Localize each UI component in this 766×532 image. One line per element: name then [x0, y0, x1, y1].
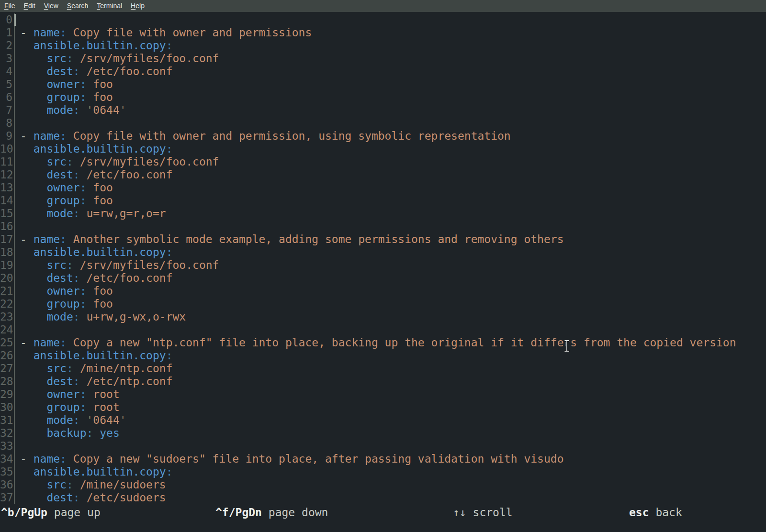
code-line: 5 owner: foo — [0, 78, 766, 91]
menu-help-label: elp — [135, 2, 145, 10]
text-cursor — [14, 14, 16, 26]
line-content: src: /srv/myfiles/foo.conf — [15, 259, 219, 272]
menu-search[interactable]: Search — [63, 0, 92, 12]
line-number: 3 — [0, 52, 15, 65]
line-number: 32 — [0, 427, 15, 440]
code-line: 6 group: foo — [0, 91, 766, 104]
code-line: 1- name: Copy file with owner and permis… — [0, 26, 766, 39]
line-number: 7 — [0, 104, 15, 117]
line-content: owner: foo — [15, 285, 113, 298]
line-content: ansible.builtin.copy: — [15, 349, 173, 362]
code-line: 37 dest: /etc/sudoers — [0, 491, 766, 504]
line-content: - name: Another symbolic mode example, a… — [15, 233, 564, 246]
line-content: group: foo — [15, 298, 113, 310]
line-content: dest: /etc/foo.conf — [15, 272, 173, 285]
menu-view-mnemonic: V — [44, 2, 48, 10]
code-line: 11 src: /srv/myfiles/foo.conf — [0, 155, 766, 168]
code-line: 31 mode: '0644' — [0, 414, 766, 427]
code-line: 17- name: Another symbolic mode example,… — [0, 233, 766, 246]
hint-scroll-label — [466, 506, 473, 519]
line-number: 21 — [0, 285, 15, 298]
code-line: 8 — [0, 117, 766, 130]
line-number: 20 — [0, 272, 15, 285]
terminal-window: File Edit View Search Terminal Help 01- … — [0, 0, 766, 504]
ibeam-cursor-icon — [563, 339, 570, 353]
menu-view[interactable]: View — [40, 0, 63, 12]
line-number: 24 — [0, 323, 15, 336]
hint-page-down-text: page down — [269, 506, 328, 519]
code-line: 14 group: foo — [0, 194, 766, 207]
code-line: 13 owner: foo — [0, 181, 766, 194]
line-number: 0 — [0, 13, 15, 26]
code-line: 36 src: /mine/sudoers — [0, 478, 766, 491]
hint-page-up-label — [47, 506, 54, 519]
line-content: ansible.builtin.copy: — [15, 246, 173, 259]
menu-edit-label: dit — [28, 2, 35, 10]
line-number: 23 — [0, 310, 15, 323]
line-content: group: root — [15, 401, 120, 414]
line-content: src: /mine/sudoers — [15, 478, 166, 491]
code-line: 22 group: foo — [0, 298, 766, 310]
line-number: 27 — [0, 362, 15, 375]
line-content: - name: Copy file with owner and permiss… — [15, 130, 511, 143]
line-number: 22 — [0, 298, 15, 310]
hint-back: esc back — [629, 504, 682, 521]
code-line: 35 ansible.builtin.copy: — [0, 466, 766, 478]
line-content — [15, 13, 20, 26]
code-line: 15 mode: u=rw,g=r,o=r — [0, 207, 766, 220]
line-content: - name: Copy a new "ntp.conf" file into … — [15, 336, 736, 349]
line-number: 12 — [0, 168, 15, 181]
code-line: 16 — [0, 220, 766, 233]
code-line: 34- name: Copy a new "sudoers" file into… — [0, 453, 766, 466]
line-content: ansible.builtin.copy: — [15, 39, 173, 52]
code-line: 2 ansible.builtin.copy: — [0, 39, 766, 52]
line-content: group: foo — [15, 91, 113, 104]
code-line: 18 ansible.builtin.copy: — [0, 246, 766, 259]
code-line: 21 owner: foo — [0, 285, 766, 298]
line-content: mode: '0644' — [15, 104, 126, 117]
line-content: dest: /etc/sudoers — [15, 491, 166, 504]
line-number: 26 — [0, 349, 15, 362]
menu-view-label: iew — [48, 2, 58, 10]
line-number: 28 — [0, 375, 15, 388]
line-number: 18 — [0, 246, 15, 259]
menu-file-mnemonic: F — [4, 2, 9, 10]
line-content: - name: Copy file with owner and permiss… — [15, 26, 312, 39]
code-line: 4 dest: /etc/foo.conf — [0, 65, 766, 78]
line-number: 34 — [0, 453, 15, 466]
code-line: 3 src: /srv/myfiles/foo.conf — [0, 52, 766, 65]
code-line: 33 — [0, 440, 766, 453]
menu-terminal[interactable]: Terminal — [92, 0, 126, 12]
line-number: 17 — [0, 233, 15, 246]
line-number: 16 — [0, 220, 15, 233]
line-content: backup: yes — [15, 427, 120, 440]
code-line: 9- name: Copy file with owner and permis… — [0, 130, 766, 143]
line-content: - name: Copy a new "sudoers" file into p… — [15, 453, 564, 466]
line-content: dest: /etc/foo.conf — [15, 168, 173, 181]
line-content: ansible.builtin.copy: — [15, 143, 173, 155]
line-number: 9 — [0, 130, 15, 143]
code-line: 7 mode: '0644' — [0, 104, 766, 117]
hint-scroll: ↑↓ scroll — [453, 504, 513, 521]
line-number: 35 — [0, 466, 15, 478]
menu-search-label: earch — [71, 2, 88, 10]
line-number: 31 — [0, 414, 15, 427]
code-line: 12 dest: /etc/foo.conf — [0, 168, 766, 181]
line-content: owner: foo — [15, 181, 113, 194]
line-content: owner: foo — [15, 78, 113, 91]
code-line: 20 dest: /etc/foo.conf — [0, 272, 766, 285]
line-number: 15 — [0, 207, 15, 220]
menu-edit[interactable]: Edit — [20, 0, 40, 12]
menu-help[interactable]: Help — [126, 0, 149, 12]
line-number: 25 — [0, 336, 15, 349]
menu-bar: File Edit View Search Terminal Help — [0, 0, 766, 12]
menu-file[interactable]: File — [0, 0, 20, 12]
line-content: group: foo — [15, 194, 113, 207]
code-line: 29 owner: root — [0, 388, 766, 401]
line-number: 8 — [0, 117, 15, 130]
line-number: 29 — [0, 388, 15, 401]
footer-keybar: ^b/PgUp page up ^f/PgDn page down ↑↓ scr… — [0, 504, 766, 521]
code-line: 24 — [0, 323, 766, 336]
line-number: 5 — [0, 78, 15, 91]
code-line: 32 backup: yes — [0, 427, 766, 440]
